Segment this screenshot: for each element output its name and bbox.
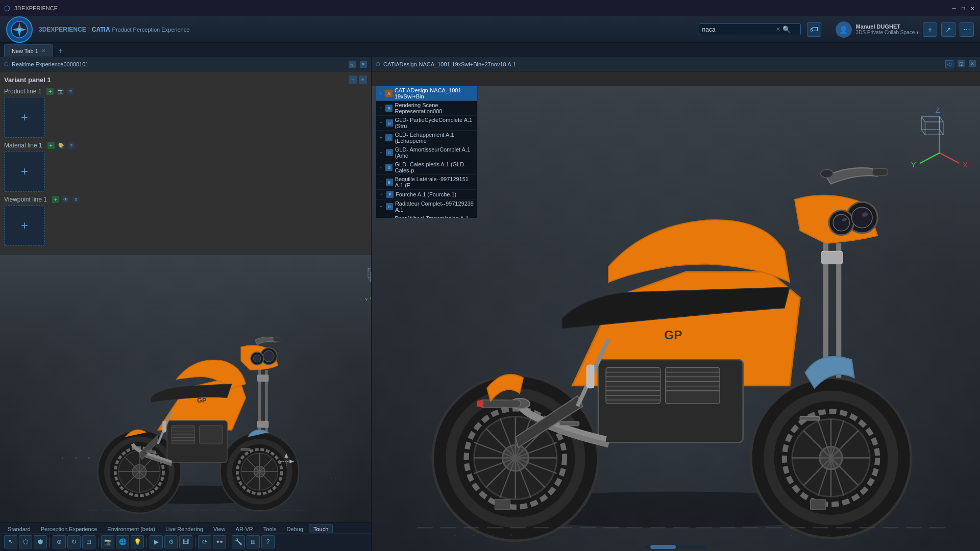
tab-new-tab-1[interactable]: New Tab 1 ✕ (4, 44, 53, 57)
tab-ar-vr[interactable]: AR-VR (231, 524, 258, 533)
tree-item-0[interactable]: + A CATIADesign-NACA_1001-19xSwi+Bin (376, 86, 477, 101)
display-mode-icon[interactable]: ⬡ (19, 535, 32, 548)
product-line-menu-button[interactable]: ≡ (67, 88, 74, 95)
viewpoint-line-add-button[interactable]: + (52, 196, 59, 203)
media-icon[interactable]: 🎞 (179, 535, 192, 548)
user-avatar[interactable]: 👤 (836, 21, 852, 38)
brand-name: 3DEXPERIENCE (39, 26, 86, 33)
tab-debug[interactable]: Debug (282, 524, 307, 533)
viewport-left[interactable]: GP Z X Y (0, 255, 371, 522)
viewpoint-line-icon1-button[interactable]: 👁 (62, 196, 69, 203)
close-button[interactable]: ✕ (969, 5, 976, 12)
animation-icon[interactable]: ⟳ (198, 535, 211, 548)
svg-rect-29 (273, 338, 280, 341)
help-icon[interactable]: ? (261, 535, 275, 548)
tree-expand-4[interactable]: + (378, 149, 384, 156)
add-tab-button[interactable]: + (55, 45, 66, 57)
viewpoint-line-menu-button[interactable]: ≡ (72, 196, 80, 203)
tree-item-3[interactable]: + G GLD- Echappement A.1 (Echappeme (376, 131, 477, 145)
bottom-icon-bar: ↖ ⬡ ⬢ ⊕ ↻ ⊡ 📷 🌐 💡 ▶ ⚙ 🎞 ⟳ 👓 🔧 (0, 533, 371, 550)
viewpoint-line-add-box[interactable]: + (4, 205, 45, 246)
svg-rect-59 (371, 272, 371, 281)
tree-icon-8: R (386, 203, 393, 210)
search-icon[interactable]: 🔍 (782, 26, 791, 33)
product-line-add-box[interactable]: + (4, 97, 45, 138)
settings-icon[interactable]: ⚙ (164, 535, 178, 548)
viewpoint-line-section: Viewpoint line 1 + 👁 ≡ + (4, 196, 367, 246)
tab-standard[interactable]: Standard (3, 524, 35, 533)
tab-perception-experience[interactable]: Perception Experience (36, 524, 102, 533)
material-line-header: Material line 1 + 🎨 ≡ (4, 142, 367, 149)
tree-expand-7[interactable]: + (378, 191, 384, 197)
tree-item-6[interactable]: + B Bequille Latérale--997129151 A.1 (E (376, 175, 477, 190)
icon-separator-3 (146, 537, 147, 547)
tree-item-1[interactable]: + R Rendering Scene Representation000 (376, 101, 477, 116)
camera-icon[interactable]: 📷 (101, 535, 114, 548)
panel-close-button[interactable]: ✕ (360, 61, 367, 68)
zoom-icon[interactable]: ⊕ (53, 535, 66, 548)
tree-expand-1[interactable]: + (378, 105, 383, 111)
tree-item-9[interactable]: + R Rear Wheel Transmission A.1 (Rear V (376, 214, 477, 218)
svg-rect-136 (925, 122, 943, 135)
tree-item-8[interactable]: + R Radiateur Complet--997129239 A.1 (376, 199, 477, 214)
vr-icon[interactable]: 👓 (213, 535, 226, 548)
product-line-add-button[interactable]: + (46, 88, 54, 95)
tree-item-4[interactable]: + G GLD- AmortisseurComplet A.1 (Amc (376, 145, 477, 160)
tree-expand-5[interactable]: + (378, 164, 383, 170)
screenshot-icon[interactable]: ⊡ (82, 535, 95, 548)
horizontal-scrollbar[interactable] (645, 545, 706, 549)
tab-live-rendering[interactable]: Live Rendering (161, 524, 208, 533)
tab-close-icon[interactable]: ✕ (41, 48, 45, 54)
material-line-add-button[interactable]: + (47, 142, 55, 149)
scrollbar-thumb[interactable] (650, 545, 676, 549)
tree-item-label-8: Radiateur Complet--997129239 A.1 (395, 201, 475, 213)
wireframe-icon[interactable]: ⬢ (34, 535, 47, 548)
compass-logo[interactable] (6, 16, 33, 43)
tree-expand-3[interactable]: + (378, 135, 383, 141)
filter-icon[interactable]: ⊞ (247, 535, 260, 548)
right-panel-expand-button[interactable]: ◱ (958, 60, 965, 67)
more-button[interactable]: ⋯ (960, 22, 974, 37)
tag-button[interactable]: 🏷 (807, 22, 821, 37)
svg-line-60 (368, 268, 371, 272)
tree-item-label-1: Rendering Scene Representation000 (395, 102, 475, 114)
tree-expand-2[interactable]: + (378, 120, 384, 126)
variant-minimize-button[interactable]: ─ (349, 76, 357, 84)
add-button[interactable]: + (923, 22, 937, 37)
render-icon[interactable]: ▶ (150, 535, 163, 548)
search-clear-icon[interactable]: ✕ (776, 26, 780, 33)
app-logo-icon: ⬡ (4, 4, 10, 12)
material-line-icon1-button[interactable]: 🎨 (58, 142, 65, 149)
maximize-button[interactable]: □ (960, 5, 967, 12)
search-bar[interactable]: ✕ 🔍 (699, 23, 801, 35)
tree-item-7[interactable]: + F Fourche A.1 (Fourche.1) (376, 190, 477, 199)
share-button[interactable]: ↗ (941, 22, 955, 37)
tab-tools[interactable]: Tools (259, 524, 281, 533)
material-line-add-box[interactable]: + (4, 151, 45, 192)
tab-environment[interactable]: Environment (beta) (103, 524, 160, 533)
minimize-button[interactable]: ─ (950, 5, 958, 12)
select-mode-icon[interactable]: ↖ (4, 535, 17, 548)
tree-item-5[interactable]: + G GLD- Cales-pieds A.1 (GLD- Cales-p (376, 160, 477, 175)
environment-icon[interactable]: 🌐 (116, 535, 129, 548)
tree-expand-8[interactable]: + (378, 204, 384, 210)
panel-expand-button[interactable]: ◱ (349, 61, 356, 68)
tree-item-2[interactable]: + G GLD- PartieCycleComplete A.1 (Stru (376, 116, 477, 131)
icon-separator-2 (98, 537, 99, 547)
light-icon[interactable]: 💡 (131, 535, 144, 548)
search-input[interactable] (702, 26, 774, 33)
right-panel-close-button[interactable]: ✕ (969, 60, 976, 67)
viewpoint-line-label: Viewpoint line 1 (4, 196, 47, 203)
tab-touch[interactable]: Touch (309, 524, 333, 533)
tree-expand-6[interactable]: + (378, 179, 384, 185)
tab-view[interactable]: View (209, 524, 230, 533)
right-panel-scroll-up[interactable]: ◁ (945, 60, 953, 68)
product-line-icon1-button[interactable]: 📷 (57, 88, 64, 95)
tools-icon[interactable]: 🔧 (232, 535, 245, 548)
material-line-menu-button[interactable]: ≡ (68, 142, 75, 149)
tree-expand-0[interactable]: + (378, 90, 383, 96)
rotate-icon[interactable]: ↻ (67, 535, 81, 548)
bottom-tab-bar: Standard Perception Experience Environme… (0, 523, 371, 533)
variant-menu-button[interactable]: ≡ (359, 76, 367, 84)
tree-item-label-6: Bequille Latérale--997129151 A.1 (E (395, 176, 475, 188)
